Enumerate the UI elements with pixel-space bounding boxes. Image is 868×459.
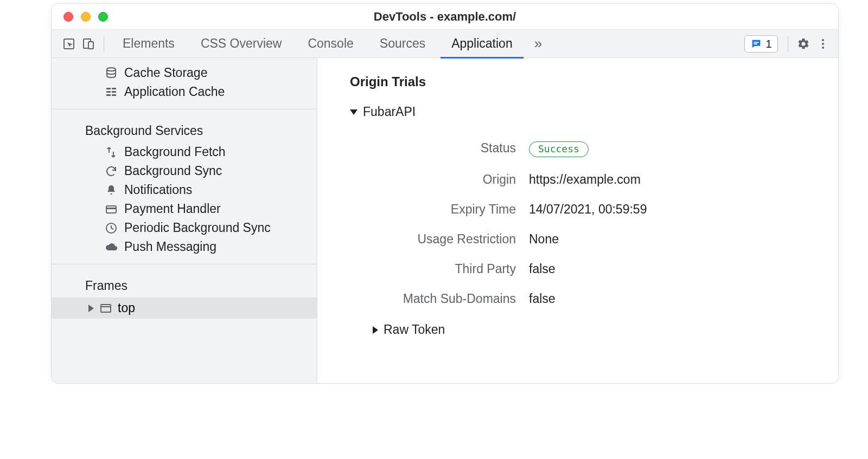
clock-icon (105, 222, 118, 235)
tab-application[interactable]: Application (438, 30, 526, 58)
svg-rect-4 (754, 43, 757, 44)
svg-rect-18 (101, 305, 111, 312)
trial-row[interactable]: FubarAPI (350, 105, 811, 119)
application-sidebar: Cache Storage Application Cache Backgrou… (52, 58, 317, 383)
window-icon (99, 302, 112, 315)
svg-point-7 (822, 47, 824, 49)
more-menu-button[interactable] (813, 34, 833, 54)
tab-label: Sources (380, 36, 425, 51)
sidebar-item-cache-storage[interactable]: Cache Storage (52, 63, 317, 82)
sidebar-item-label: Background Sync (124, 164, 222, 178)
gear-icon (797, 37, 810, 50)
sidebar-item-notifications[interactable]: Notifications (52, 180, 317, 199)
sidebar-item-label: Cache Storage (124, 66, 207, 80)
panel-tabs: Elements CSS Overview Console Sources Ap… (110, 30, 551, 58)
svg-rect-15 (106, 206, 116, 213)
trial-name: FubarAPI (363, 105, 416, 119)
trial-details: Status Success Origin https://example.co… (382, 133, 811, 314)
detail-row-status: Status Success (382, 133, 811, 165)
issues-count: 1 (765, 37, 772, 50)
tab-css-overview[interactable]: CSS Overview (188, 30, 295, 58)
detail-value: https://example.com (529, 172, 641, 187)
detail-value: Success (529, 141, 589, 157)
grid-icon (105, 86, 118, 99)
bell-icon (105, 184, 118, 197)
settings-button[interactable] (794, 34, 813, 54)
caret-right-icon (88, 305, 94, 312)
cloud-icon (105, 241, 118, 254)
detail-label: Origin (382, 172, 529, 187)
toolbar-separator (104, 36, 104, 51)
detail-value: 14/07/2021, 00:59:59 (529, 202, 647, 217)
chevrons-right-icon: » (534, 35, 542, 52)
detail-label: Status (382, 141, 529, 157)
tab-sources[interactable]: Sources (367, 30, 438, 58)
detail-row-subdomains: Match Sub-Domains false (382, 284, 811, 314)
close-window-button[interactable] (63, 12, 73, 22)
window-title: DevTools - example.com/ (52, 10, 838, 24)
sidebar-item-payment-handler[interactable]: Payment Handler (52, 199, 317, 218)
issues-button[interactable]: 1 (744, 35, 778, 53)
svg-point-6 (822, 43, 824, 45)
detail-row-usage: Usage Restriction None (382, 224, 811, 254)
detail-value: false (529, 262, 556, 276)
credit-card-icon (105, 203, 118, 216)
svg-rect-12 (112, 91, 116, 93)
device-toolbar-icon[interactable] (79, 34, 98, 54)
inspect-element-icon[interactable] (59, 34, 79, 54)
more-tabs-button[interactable]: » (526, 30, 551, 58)
detail-row-expiry: Expiry Time 14/07/2021, 00:59:59 (382, 195, 811, 224)
svg-rect-9 (106, 88, 111, 89)
tab-label: CSS Overview (201, 36, 282, 51)
caret-down-icon (350, 109, 358, 115)
frames-item-top[interactable]: top (52, 298, 317, 319)
main-panel: Origin Trials FubarAPI Status Success Or… (317, 58, 838, 383)
devtools-window: DevTools - example.com/ Elements CSS Ove… (51, 3, 839, 384)
detail-label: Expiry Time (382, 202, 529, 217)
svg-point-5 (822, 39, 824, 41)
sidebar-separator (52, 109, 317, 109)
sidebar-separator (52, 264, 317, 264)
database-icon (105, 67, 118, 80)
detail-row-origin: Origin https://example.com (382, 165, 811, 195)
traffic-lights (52, 12, 108, 22)
svg-rect-13 (106, 94, 111, 96)
sidebar-item-periodic-sync[interactable]: Periodic Background Sync (52, 218, 317, 237)
raw-token-label: Raw Token (384, 322, 445, 337)
zoom-window-button[interactable] (98, 12, 108, 22)
raw-token-row[interactable]: Raw Token (373, 322, 811, 337)
svg-rect-16 (106, 208, 116, 209)
svg-rect-3 (754, 42, 759, 43)
status-badge: Success (529, 141, 589, 157)
tab-label: Application (451, 36, 513, 51)
sidebar-item-label: Periodic Background Sync (124, 221, 271, 235)
sidebar-heading-frames: Frames (52, 272, 317, 298)
svg-rect-10 (112, 88, 116, 89)
sidebar-item-push-messaging[interactable]: Push Messaging (52, 237, 317, 256)
frames-item-label: top (118, 301, 135, 315)
titlebar: DevTools - example.com/ (52, 4, 838, 30)
fetch-arrows-icon (105, 146, 118, 159)
detail-label: Usage Restriction (382, 232, 529, 247)
sidebar-item-label: Notifications (124, 183, 192, 197)
toolbar-separator (788, 36, 788, 51)
svg-rect-14 (112, 94, 116, 96)
kebab-icon (816, 37, 829, 50)
sidebar-item-label: Background Fetch (124, 145, 226, 159)
tab-elements[interactable]: Elements (110, 30, 188, 58)
tab-label: Elements (123, 36, 175, 51)
sidebar-heading-bg-services: Background Services (52, 117, 317, 143)
caret-right-icon (373, 326, 378, 334)
sidebar-item-label: Application Cache (124, 85, 225, 99)
detail-label: Third Party (382, 262, 529, 276)
tab-console[interactable]: Console (295, 30, 366, 58)
sidebar-item-bg-sync[interactable]: Background Sync (52, 161, 317, 180)
detail-label: Match Sub-Domains (382, 292, 529, 306)
minimize-window-button[interactable] (81, 12, 91, 22)
detail-value: false (529, 292, 556, 306)
message-icon (750, 38, 762, 50)
svg-point-8 (107, 68, 116, 71)
sidebar-item-app-cache[interactable]: Application Cache (52, 82, 317, 101)
sidebar-item-bg-fetch[interactable]: Background Fetch (52, 143, 317, 161)
detail-row-third-party: Third Party false (382, 254, 811, 284)
